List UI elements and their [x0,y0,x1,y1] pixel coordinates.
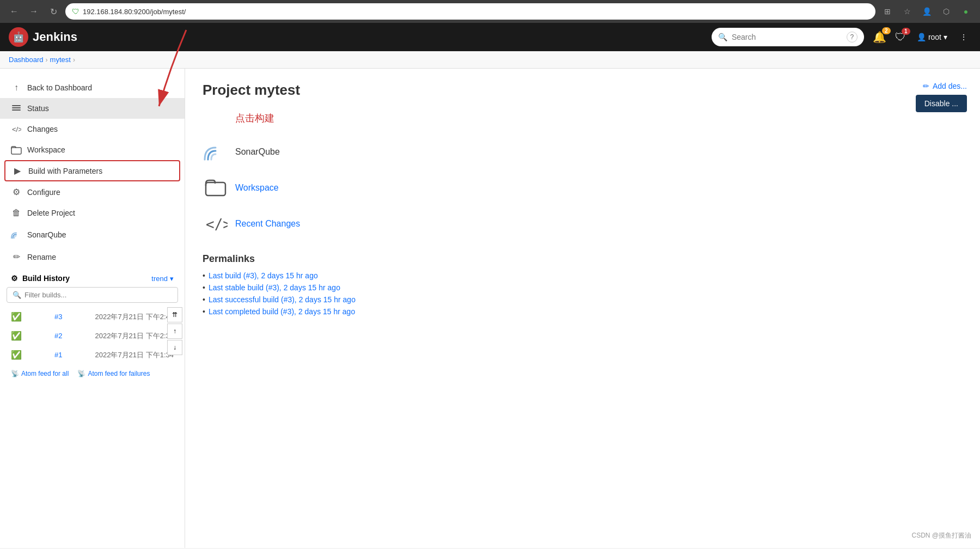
trend-button[interactable]: trend ▾ [151,274,174,283]
back-button[interactable]: ← [7,4,22,19]
atom-failures-icon: 📡 [77,370,85,377]
sidebar-item-status[interactable]: Status [0,98,185,119]
shield-badge: 1 [902,28,910,35]
extensions-button[interactable]: ⊞ [880,4,895,19]
filter-builds-box[interactable]: 🔍 [7,287,178,303]
project-link-recent-changes[interactable]: </> Recent Changes [203,208,963,240]
scroll-down-button[interactable]: ↓ [167,340,182,355]
build-3-status-icon: ✅ [11,312,22,322]
jenkins-logo[interactable]: 🤖 Jenkins [9,27,77,47]
sidebar: ↑ Back to Dashboard Status </> Changes [0,69,185,548]
project-link-sonarqube: SonarQube [203,136,963,168]
build-list-item-3[interactable]: ✅ #3 2022年7月21日 下午2:40 [0,307,185,326]
search-input[interactable] [732,33,842,41]
atom-feeds-section: 📡 Atom feed for all 📡 Atom feed for fail… [0,364,185,383]
atom-all-icon: 📡 [11,370,19,377]
svg-rect-0 [12,105,21,106]
permalink-link-2[interactable]: Last successful build (#3), 2 days 15 hr… [209,295,356,304]
project-title: Project mytest [203,82,963,99]
atom-feed-failures-link[interactable]: 📡 Atom feed for failures [77,370,150,377]
browser-actions: ⊞ ☆ 👤 ⬡ ● [880,4,973,19]
sidebar-label-changes: Changes [27,125,58,133]
sidebar-item-build-with-parameters[interactable]: ▶ Build with Parameters [4,160,180,181]
build-2-id[interactable]: #2 [54,332,62,340]
sidebar-item-rename[interactable]: ✏ Rename [0,246,185,267]
forward-button[interactable]: → [26,4,41,19]
scroll-up-button[interactable]: ↑ [167,324,182,339]
green-circle-icon[interactable]: ● [958,4,973,19]
permalink-link-3[interactable]: Last completed build (#3), 2 days 15 hr … [209,307,355,316]
sonarqube-link-label: SonarQube [235,147,280,157]
address-bar[interactable]: 🛡 192.168.184.80:9200/job/mytest/ [65,3,875,20]
sidebar-item-back-to-dashboard[interactable]: ↑ Back to Dashboard [0,77,185,98]
project-link-workspace[interactable]: Workspace [203,172,963,204]
filter-builds-input[interactable] [24,291,172,299]
recent-changes-link-icon: </> [203,211,229,237]
breadcrumb: Dashboard › mytest › [0,51,980,69]
breadcrumb-dashboard[interactable]: Dashboard [9,56,44,64]
bookmark-button[interactable]: ☆ [899,4,915,19]
permalink-item-3: • Last completed build (#3), 2 days 15 h… [203,307,963,316]
delete-icon: 🗑 [11,208,22,218]
annotation-area: 点击构建 [203,112,963,125]
build-list-container: ✅ #3 2022年7月21日 下午2:40 ✅ #2 2022年7月21日 下… [0,307,185,364]
build-3-time: 2022年7月21日 下午2:40 [95,312,174,322]
build-list-item-1[interactable]: ✅ #1 2022年7月21日 下午1:34 [0,345,185,364]
workspace-folder-icon [11,145,22,155]
sidebar-item-workspace[interactable]: Workspace [0,139,185,160]
search-box[interactable]: 🔍 ? [712,28,864,46]
user-dropdown-icon: ▾ [944,33,947,41]
project-links: SonarQube Workspace </> [203,136,963,240]
build-1-status-icon: ✅ [11,350,22,360]
search-help-icon[interactable]: ? [847,32,857,42]
permalink-bullet-3: • [203,307,205,316]
sidebar-label-workspace: Workspace [27,145,65,154]
permalink-link-1[interactable]: Last stable build (#3), 2 days 15 hr ago [209,283,340,292]
workspace-link-text[interactable]: Workspace [235,183,279,193]
svg-rect-2 [12,109,21,111]
sidebar-label-sonarqube: SonarQube [27,230,66,239]
sidebar-label-rename: Rename [27,253,56,261]
atom-feed-all-link[interactable]: 📡 Atom feed for all [11,370,69,377]
atom-failures-label: Atom feed for failures [88,370,150,377]
build-list-item-2[interactable]: ✅ #2 2022年7月21日 下午2:36 [0,326,185,345]
disable-project-button[interactable]: Disable ... [916,95,967,112]
main-content: ✏ Add des... Disable ... Project mytest … [185,69,980,548]
sidebar-item-sonarqube[interactable]: SonarQube [0,223,185,246]
notifications-bell[interactable]: 🔔 2 [871,28,889,46]
search-icon: 🔍 [718,33,727,41]
recent-changes-link-text[interactable]: Recent Changes [235,219,300,229]
trend-label: trend [151,274,168,283]
sonarqube-icon [11,229,22,241]
build-1-id[interactable]: #1 [54,351,62,359]
security-icon: 🛡 [72,7,79,16]
extension-icon[interactable]: ⬡ [939,4,954,19]
sidebar-item-changes[interactable]: </> Changes [0,119,185,139]
permalink-item-2: • Last successful build (#3), 2 days 15 … [203,295,963,304]
sonarqube-link-icon [203,139,229,165]
build-history-section: ⚙ Build History trend ▾ [0,267,185,287]
permalinks-title: Permalinks [203,253,963,265]
more-options-button[interactable]: ⋮ [956,29,971,45]
jenkins-avatar: 🤖 [9,27,28,47]
build-3-id[interactable]: #3 [54,313,62,321]
sidebar-item-configure[interactable]: ⚙ Configure [0,181,185,203]
scroll-top-button[interactable]: ⇈ [167,307,182,322]
permalink-link-0[interactable]: Last build (#3), 2 days 15 hr ago [209,271,318,280]
changes-icon: </> [11,124,22,134]
user-menu[interactable]: 👤 root ▾ [912,30,952,44]
permalink-bullet-1: • [203,283,205,292]
add-description-button[interactable]: ✏ Add des... [923,82,967,90]
reload-button[interactable]: ↻ [46,4,61,19]
sidebar-label-configure: Configure [27,188,60,197]
profile-button[interactable]: 👤 [919,4,934,19]
url-text: 192.168.184.80:9200/job/mytest/ [83,8,186,16]
browser-chrome: ← → ↻ 🛡 192.168.184.80:9200/job/mytest/ … [0,0,980,23]
atom-all-label: Atom feed for all [21,370,69,377]
sidebar-item-delete-project[interactable]: 🗑 Delete Project [0,203,185,223]
breadcrumb-project[interactable]: mytest [50,56,71,64]
build-history-title-container: ⚙ Build History [11,274,70,283]
permalink-item-0: • Last build (#3), 2 days 15 hr ago [203,271,963,280]
security-alert[interactable]: 🛡 1 [893,29,908,46]
sidebar-label-delete: Delete Project [27,209,75,217]
